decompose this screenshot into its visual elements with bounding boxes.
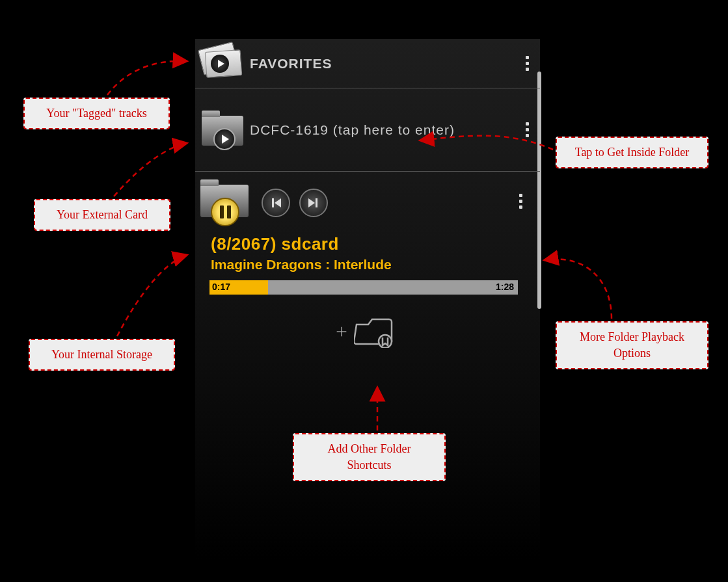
favorites-label: FAVORITES xyxy=(246,56,519,72)
now-playing-counter-folder: (8/2067) sdcard xyxy=(200,234,527,254)
row-favorites[interactable]: FAVORITES xyxy=(195,39,540,88)
add-folder-shortcut-button[interactable] xyxy=(200,315,527,348)
prev-track-button[interactable] xyxy=(262,189,290,217)
annotation-tagged: Your "Tagged" tracks xyxy=(23,98,170,129)
next-track-button[interactable] xyxy=(299,189,328,217)
annotation-external: Your External Card xyxy=(34,199,170,231)
now-playing-track: Imagine Dragons : Interlude xyxy=(200,257,527,272)
now-playing-more-icon[interactable] xyxy=(513,194,528,209)
row-dcfc[interactable]: DCFC-1619 (tap here to enter) xyxy=(195,88,540,172)
svg-point-2 xyxy=(379,335,392,348)
time-elapsed: 0:17 xyxy=(212,282,230,292)
dcfc-more-icon[interactable] xyxy=(519,122,535,137)
annotation-more-options: More Folder Playback Options xyxy=(556,321,708,369)
annotation-add-shortcut: Add Other Folder Shortcuts xyxy=(293,433,446,481)
annotation-tap-inside: Tap to Get Inside Folder xyxy=(556,137,708,168)
progress-bar[interactable]: 0:17 1:28 xyxy=(209,280,518,295)
dcfc-folder-icon xyxy=(200,112,246,148)
time-total: 1:28 xyxy=(496,282,514,292)
now-playing-section: (8/2067) sdcard Imagine Dragons : Interl… xyxy=(195,172,540,353)
pause-button[interactable] xyxy=(211,198,239,226)
annotation-internal: Your Internal Storage xyxy=(29,339,175,371)
favorites-more-icon[interactable] xyxy=(519,56,535,71)
favorites-cards-icon xyxy=(200,46,246,81)
dcfc-label: DCFC-1619 (tap here to enter) xyxy=(246,122,519,138)
sdcard-folder-icon xyxy=(200,183,252,222)
